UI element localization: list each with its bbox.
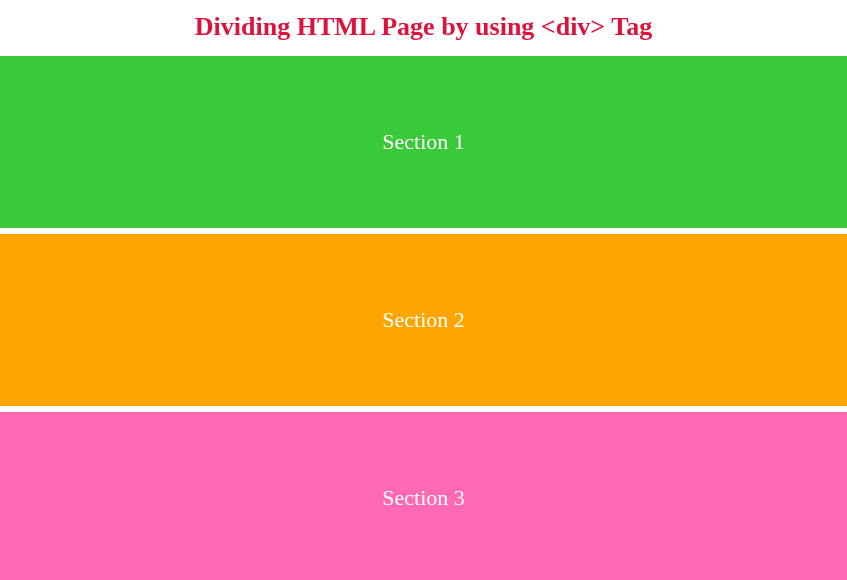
section-3-label: Section 3 xyxy=(382,485,465,511)
section-2: Section 2 xyxy=(0,234,847,406)
section-3: Section 3 xyxy=(0,412,847,580)
page-title: Dividing HTML Page by using <div> Tag xyxy=(0,0,847,56)
section-1-label: Section 1 xyxy=(382,129,465,155)
section-2-label: Section 2 xyxy=(382,307,465,333)
section-1: Section 1 xyxy=(0,56,847,228)
